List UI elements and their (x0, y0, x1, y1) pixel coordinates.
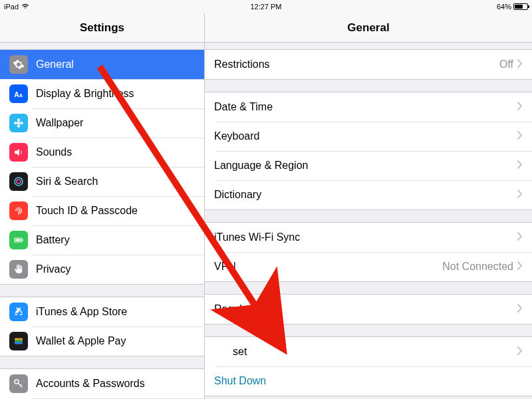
sidebar-item-label: General (36, 59, 195, 70)
detail-row-label: VPN (214, 261, 442, 273)
svg-point-6 (20, 122, 23, 125)
status-bar: iPad 12:27 PM 64% (0, 0, 532, 13)
detail-row-reset[interactable]: set (205, 337, 532, 366)
sidebar-item-battery[interactable]: Battery (0, 225, 204, 255)
detail-row-dictionary[interactable]: Dictionary (205, 180, 532, 209)
battery-percent: 64% (497, 3, 511, 11)
hand-icon (9, 260, 28, 279)
sidebar-item-label: Accounts & Passwords (36, 378, 195, 390)
detail-pane: General RestrictionsOffDate & TimeKeyboa… (205, 13, 532, 399)
sidebar-item-label: Touch ID & Passcode (36, 205, 195, 217)
sidebar-item-label: Siri & Search (36, 176, 195, 188)
appstore-icon (9, 303, 28, 321)
detail-row-language[interactable]: Language & Region (205, 151, 532, 180)
detail-row-label: Language & Region (214, 160, 517, 172)
svg-rect-12 (15, 338, 23, 340)
sidebar-item-sounds[interactable]: Sounds (0, 138, 204, 167)
sidebar-item-label: Wallet & Apple Pay (36, 335, 195, 347)
battery-icon (9, 231, 28, 249)
chevron-right-icon (517, 261, 523, 273)
wifi-icon (21, 3, 29, 11)
chevron-right-icon (517, 231, 523, 243)
svg-point-8 (17, 180, 21, 184)
detail-row-label: Shut Down (214, 375, 523, 387)
key-icon (9, 374, 28, 393)
svg-rect-11 (16, 239, 21, 241)
detail-row-label: iTunes Wi-Fi Sync (214, 231, 517, 243)
chevron-right-icon (517, 303, 523, 315)
svg-point-5 (14, 122, 17, 125)
battery-icon (513, 3, 528, 10)
detail-row-label: Regulatory (214, 303, 517, 315)
detail-row-datetime[interactable]: Date & Time (205, 92, 532, 122)
svg-rect-13 (15, 340, 23, 342)
sidebar-item-label: Privacy (36, 263, 195, 275)
detail-row-label: Restrictions (214, 59, 499, 70)
svg-point-2 (17, 122, 21, 125)
sidebar-item-itunes[interactable]: iTunes & App Store (0, 297, 204, 327)
detail-title: General (205, 13, 532, 43)
svg-rect-10 (22, 239, 23, 241)
svg-point-4 (17, 124, 21, 128)
sidebar-item-touchid[interactable]: Touch ID & Passcode (0, 196, 204, 225)
textsize-icon: AA (9, 84, 28, 103)
chevron-right-icon (517, 59, 523, 70)
svg-point-7 (15, 178, 23, 186)
fingerprint-icon (9, 201, 28, 220)
sidebar-title: Settings (0, 13, 204, 43)
status-time: 12:27 PM (250, 3, 281, 11)
siri-icon (9, 172, 28, 191)
detail-row-restrictions[interactable]: RestrictionsOff (205, 50, 532, 79)
chevron-right-icon (517, 160, 523, 172)
chevron-right-icon (517, 346, 523, 358)
sidebar-item-label: Battery (36, 234, 195, 246)
sidebar-item-wallpaper[interactable]: Wallpaper (0, 108, 204, 138)
sidebar-item-general[interactable]: General (0, 50, 204, 79)
flower-icon (9, 114, 28, 132)
sidebar-item-accounts[interactable]: Accounts & Passwords (0, 369, 204, 398)
device-name: iPad (4, 3, 19, 11)
sidebar-item-label: Wallpaper (36, 117, 195, 129)
svg-text:A: A (19, 92, 23, 98)
svg-point-15 (15, 380, 19, 384)
sidebar-item-siri[interactable]: Siri & Search (0, 167, 204, 196)
detail-row-label: Date & Time (214, 101, 517, 113)
sidebar-item-label: Sounds (36, 146, 195, 158)
svg-rect-14 (15, 342, 23, 344)
detail-row-label: set (214, 346, 517, 358)
sidebar-item-display[interactable]: AADisplay & Brightness (0, 79, 204, 108)
settings-sidebar: Settings GeneralAADisplay & BrightnessWa… (0, 13, 205, 399)
chevron-right-icon (517, 130, 523, 142)
detail-row-value: Off (499, 59, 513, 70)
chevron-right-icon (517, 101, 523, 113)
svg-point-3 (17, 118, 21, 122)
detail-row-wifisync[interactable]: iTunes Wi-Fi Sync (205, 223, 532, 252)
sidebar-item-privacy[interactable]: Privacy (0, 255, 204, 284)
detail-row-shutdown[interactable]: Shut Down (205, 366, 532, 396)
gear-icon (9, 55, 28, 74)
detail-row-regulatory[interactable]: Regulatory (205, 295, 532, 324)
wallet-icon (9, 332, 28, 350)
detail-row-keyboard[interactable]: Keyboard (205, 122, 532, 151)
sidebar-item-label: iTunes & App Store (36, 306, 195, 318)
sidebar-item-label: Display & Brightness (36, 88, 195, 100)
detail-row-label: Keyboard (214, 130, 517, 142)
chevron-right-icon (517, 189, 523, 201)
detail-row-vpn[interactable]: VPNNot Connected (205, 252, 532, 281)
sidebar-item-wallet[interactable]: Wallet & Apple Pay (0, 327, 204, 356)
speaker-icon (9, 143, 28, 162)
detail-row-label: Dictionary (214, 189, 517, 201)
detail-row-value: Not Connected (442, 261, 513, 273)
